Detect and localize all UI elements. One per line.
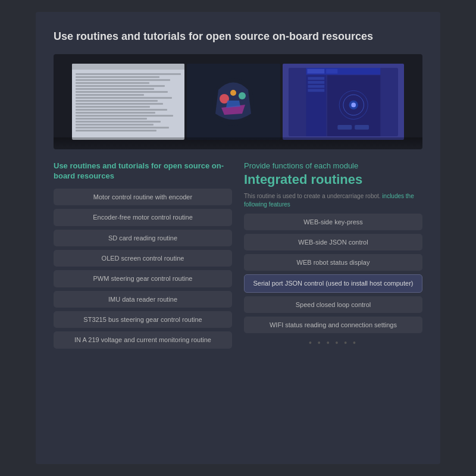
svg-rect-17 [337,125,352,130]
right-panel-inner [289,68,398,136]
svg-rect-7 [306,75,326,136]
svg-point-3 [230,90,236,96]
screenshot-panels [72,64,404,140]
two-columns: Use routines and tutorials for open sour… [54,161,422,453]
right-routine-item-1[interactable]: WEB-side key-press [244,214,422,230]
code-line [76,100,158,102]
code-line [76,130,156,131]
screen-panel-middle [187,64,280,140]
code-line [76,85,165,87]
robot-graphic [209,72,257,131]
screen-panel-left [72,64,184,140]
screenshot-area [54,54,422,149]
code-line [76,127,169,129]
code-line [76,103,163,105]
screenshot-reflection [54,137,422,149]
svg-rect-8 [308,77,324,80]
routine-item-3[interactable]: SD card reading routine [54,230,232,246]
routine-item-6[interactable]: IMU data reader routine [54,291,232,308]
code-line [76,94,144,96]
left-heading: Use routines and tutorials for open sour… [54,161,232,181]
code-line [76,88,154,90]
page-container: Use routines and tutorials for open sour… [36,12,440,464]
screen-panel-right [283,64,404,140]
left-column: Use routines and tutorials for open sour… [54,161,232,453]
code-line [76,79,170,81]
code-line [76,124,154,126]
code-line [76,91,168,93]
pagination-dots[interactable]: • • • • • • [244,338,422,347]
routine-item-8[interactable]: IN A 219 voltage and current monitoring … [54,331,232,348]
svg-point-16 [351,102,356,107]
code-line [76,112,155,114]
svg-rect-9 [308,81,324,84]
right-heading-main: Integrated routines [244,173,422,187]
right-panel-ui [289,68,398,136]
right-routine-item-6[interactable]: WIFI status reading and connection setti… [244,317,422,333]
screen-content [72,70,184,135]
code-line [76,115,173,117]
right-heading-sub: Provide functions of each module [244,161,422,170]
code-line [76,82,149,84]
code-line [76,118,147,120]
svg-rect-11 [308,89,324,92]
right-routine-item-5[interactable]: Speed closed loop control [244,296,422,313]
title-bar [72,64,184,70]
routine-item-5[interactable]: PWM steering gear control routine [54,270,232,287]
svg-rect-10 [308,85,324,88]
main-title: Use routines and tutorials for open sour… [54,30,422,43]
code-line [76,73,181,75]
svg-rect-6 [326,69,337,74]
code-line [76,97,172,99]
routine-item-2[interactable]: Encoder-free motor control routine [54,209,232,226]
code-line [76,76,159,78]
routine-item-1[interactable]: Motor control routine with encoder [54,189,232,205]
code-line [76,109,167,111]
code-line [76,121,161,123]
routine-item-7[interactable]: ST3215 bus steering gear control routine [54,311,232,328]
routine-item-4[interactable]: OLED screen control routine [54,250,232,267]
code-line [76,106,150,108]
svg-rect-18 [355,125,369,130]
svg-rect-5 [307,69,324,74]
right-routine-item-2[interactable]: WEB-side JSON control [244,234,422,250]
svg-point-2 [239,92,246,99]
right-routine-item-3[interactable]: WEB robot status display [244,254,422,271]
right-column: Provide functions of each module Integra… [244,161,422,453]
right-description: This routine is used to create a underca… [244,192,422,209]
right-routine-item-4[interactable]: Serial port JSON control (used to instal… [244,274,422,292]
